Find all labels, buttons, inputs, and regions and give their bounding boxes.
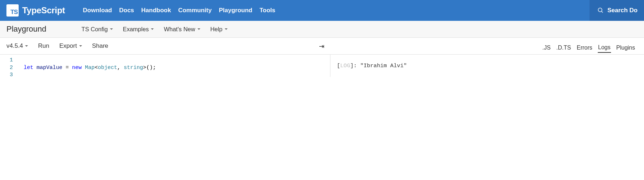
search-label: Search Do (607, 7, 638, 14)
nav-docs[interactable]: Docs (119, 7, 134, 14)
chevron-down-icon (79, 45, 82, 48)
code-line[interactable]: let mapValue = new Map<object, string>()… (24, 64, 156, 72)
nav-links: Download Docs Handbook Community Playgro… (83, 7, 275, 14)
chevron-down-icon (197, 28, 200, 31)
run-button[interactable]: Run (38, 42, 49, 50)
line-gutter: 1 2 3 4 5 6 7 8 (0, 55, 18, 77)
chevron-down-icon (25, 45, 28, 48)
main-area: ⇥ 1 2 3 4 5 6 7 8 let mapValue = new Map… (0, 55, 644, 77)
page-title: Playground (6, 24, 46, 34)
search-icon (597, 7, 604, 14)
code-line[interactable] (24, 57, 156, 64)
search-button[interactable]: Search Do (590, 0, 644, 21)
subnav: Playground TS Config Examples What's New… (0, 21, 644, 38)
tab-logs[interactable]: Logs (598, 43, 611, 53)
whatsnew-dropdown[interactable]: What's New (164, 26, 200, 33)
logo-icon: TS (6, 4, 19, 17)
version-dropdown[interactable]: v4.5.4 (6, 42, 28, 50)
top-header: TS TypeScript Download Docs Handbook Com… (0, 0, 644, 21)
nav-tools[interactable]: Tools (259, 7, 275, 14)
logo-text: TypeScript (22, 5, 65, 15)
svg-point-0 (598, 8, 602, 12)
chevron-down-icon (110, 28, 113, 31)
nav-handbook[interactable]: Handbook (141, 7, 171, 14)
line-number: 1 (0, 57, 13, 64)
tab-dts[interactable]: .D.TS (556, 43, 571, 52)
help-dropdown[interactable]: Help (210, 26, 228, 33)
examples-dropdown[interactable]: Examples (123, 26, 154, 33)
tab-errors[interactable]: Errors (576, 43, 593, 52)
run-arrow-icon[interactable]: ⇥ (319, 42, 324, 50)
nav-playground[interactable]: Playground (219, 7, 253, 14)
code-line[interactable] (24, 71, 156, 77)
line-number: 3 (0, 71, 13, 77)
log-output: [LOG]: "Ibrahim Alvi" (330, 55, 644, 77)
nav-download[interactable]: Download (83, 7, 112, 14)
chevron-down-icon (151, 28, 154, 31)
svg-line-1 (601, 11, 603, 13)
logo[interactable]: TS TypeScript (6, 4, 65, 17)
share-button[interactable]: Share (92, 42, 108, 50)
output-pane: .JS .D.TS Errors Logs Plugins [LOG]: "Ib… (330, 55, 644, 77)
tsconfig-dropdown[interactable]: TS Config (81, 26, 113, 33)
output-tabs: .JS .D.TS Errors Logs Plugins (542, 41, 644, 55)
chevron-down-icon (225, 28, 228, 31)
editor-pane[interactable]: ⇥ 1 2 3 4 5 6 7 8 let mapValue = new Map… (0, 55, 330, 77)
line-number: 2 (0, 64, 13, 72)
log-value: "Ibrahim Alvi" (360, 63, 407, 69)
code-area[interactable]: let mapValue = new Map<object, string>()… (24, 57, 156, 77)
tab-plugins[interactable]: Plugins (616, 43, 635, 52)
tab-js[interactable]: .JS (542, 43, 551, 52)
nav-community[interactable]: Community (178, 7, 212, 14)
log-tag: LOG (340, 63, 350, 69)
export-dropdown[interactable]: Export (59, 42, 82, 50)
